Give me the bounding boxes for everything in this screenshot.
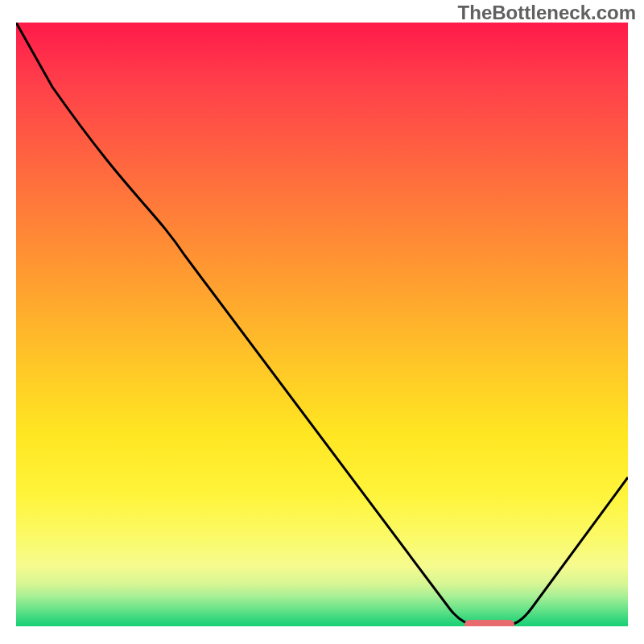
watermark-text: TheBottleneck.com [458,2,636,24]
bottleneck-chart: TheBottleneck.com [0,0,644,644]
bottleneck-curve [16,23,628,626]
plot-area [16,23,628,626]
y-axis-gutter [0,23,16,626]
optimal-zone-marker [464,620,514,626]
x-axis-gutter [16,626,628,644]
curve-path [16,23,628,625]
